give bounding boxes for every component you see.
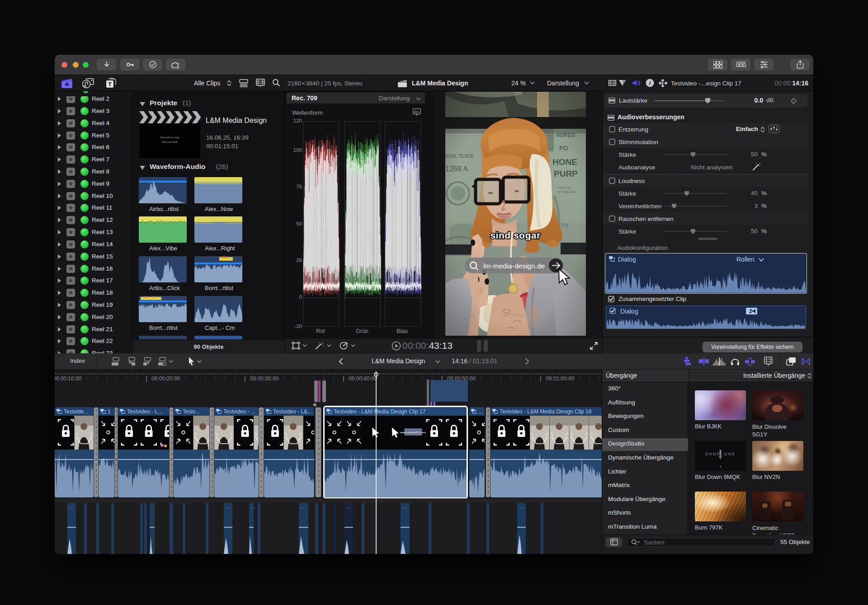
svg-text:i: i [649, 80, 651, 86]
svg-text:sind sogar: sind sogar [490, 230, 540, 240]
svg-text:lm-media-design.de: lm-media-design.de [483, 262, 545, 270]
svg-text:T: T [108, 81, 112, 88]
svg-text:2: 2 [749, 308, 752, 314]
